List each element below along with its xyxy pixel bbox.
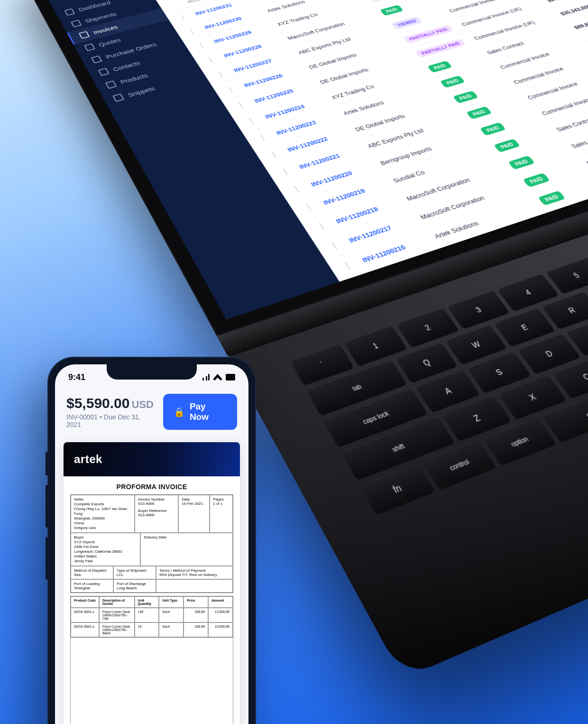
status-badge: PAID <box>380 5 404 16</box>
status-badge: PAID <box>466 106 492 120</box>
doc-shiptype: Type of Shipment LCL <box>113 566 156 579</box>
doc-pod: Port of Discharge Long Beach <box>113 579 156 593</box>
pay-now-button[interactable]: 🔒 Pay Now <box>163 394 237 430</box>
li-cell: Each <box>159 608 184 622</box>
phone-screen: 9:41 $5,590.00USD INV-00001 • Due Dec 31… <box>55 364 248 724</box>
doc-shiptype-val: LCL <box>117 573 153 577</box>
row-checkbox[interactable] <box>218 71 223 77</box>
invoice-amount: $5,590.00USD <box>66 395 156 411</box>
shipments-icon <box>71 20 82 28</box>
doc-seller: Seller Complete Exports Chung Hing Lo, 1… <box>71 495 135 533</box>
wifi-icon <box>213 374 222 381</box>
li-header: Unit Type <box>159 596 184 608</box>
row-checkbox[interactable] <box>294 186 300 193</box>
doc-pages: Pages 1 of 1 <box>210 495 233 533</box>
doc-shiptype-label: Type of Shipment <box>117 568 153 573</box>
li-cell: DESK-0001-s <box>71 608 99 622</box>
row-checkbox[interactable] <box>180 15 184 20</box>
status-time: 9:41 <box>68 372 85 382</box>
li-cell: 200.00 <box>184 608 208 622</box>
row-checkbox[interactable] <box>190 28 194 34</box>
li-cell: 13,000.00 <box>208 608 233 622</box>
battery-icon <box>226 374 235 381</box>
invoice-document[interactable]: artek PROFORMA INVOICE Seller Complete E… <box>64 442 240 724</box>
doc-buyerref-label: Buyer Reference <box>138 509 175 513</box>
invoice-amount-block: $5,590.00USD INV-00001 • Due Dec 31, 202… <box>66 395 156 428</box>
doc-delivery-date: Delivery Date <box>140 533 233 566</box>
contacts-icon <box>98 68 110 76</box>
quotes-icon <box>84 43 95 51</box>
doc-method-val: Sea <box>74 573 110 577</box>
col-header[interactable] <box>173 0 189 8</box>
li-header: Amount <box>208 596 233 608</box>
doc-terms-label: Terms / Method of Payment <box>159 568 230 573</box>
doc-terms-val: 50% Deposit T/T, Rest on Delivery <box>159 573 230 577</box>
doc-buyer: Buyer XYZ Imports 2466 Fei Drive Longbea… <box>71 533 140 566</box>
doc-buyer-label: Buyer <box>74 535 137 540</box>
row-checkbox[interactable] <box>249 118 254 124</box>
doc-date-label: Date <box>182 497 206 501</box>
doc-pod-label: Port of Discharge <box>117 582 153 586</box>
doc-pol-label: Port of Loading <box>74 582 110 586</box>
lock-icon: 🔒 <box>174 407 185 418</box>
brand-text: artek <box>74 453 102 466</box>
li-cell: 10 <box>135 622 159 637</box>
row-checkbox[interactable] <box>208 56 213 62</box>
phone-mockup: 9:41 $5,590.00USD INV-00001 • Due Dec 31… <box>47 357 256 724</box>
doc-method: Method of Dispatch Sea <box>71 566 113 579</box>
doc-invno-label: Invoice Number <box>138 497 175 501</box>
doc-seller-label: Seller <box>74 497 131 502</box>
sidebar-item-label: Snippets <box>126 85 156 98</box>
doc-pol-val: Shanghai <box>74 586 110 590</box>
li-cell: 10,000.00 <box>208 622 233 637</box>
row-checkbox[interactable] <box>228 86 233 93</box>
phone-button-vol-down <box>46 537 48 580</box>
doc-date-val: 16 Feb 2021 <box>182 501 206 506</box>
invoices-icon <box>79 31 90 39</box>
doc-brand: artek <box>64 442 240 476</box>
status-badge: VIEWED <box>391 16 423 29</box>
doc-invno-val: 013-4068 <box>138 501 175 506</box>
doc-pol: Port of Loading Shanghai <box>71 579 113 593</box>
phone-button-vol-up <box>46 485 48 528</box>
purchase-orders-icon <box>91 56 102 64</box>
row-checkbox[interactable] <box>260 134 265 141</box>
phone-notch <box>107 364 197 380</box>
amount-currency: USD <box>131 399 153 410</box>
invoice-subline: INV-00001 • Due Dec 31, 2021 <box>66 413 156 428</box>
row-checkbox[interactable] <box>306 204 312 211</box>
li-cell: Fixed Corner Desk 1800x1200x750 - Oak <box>99 608 135 622</box>
li-cell: 200.00 <box>184 622 208 637</box>
status-badge: PAID <box>453 91 478 103</box>
dashboard-icon <box>64 9 75 16</box>
row-checkbox[interactable] <box>239 102 243 108</box>
doc-pages-val: Pages 1 of 1 <box>213 497 230 506</box>
row-checkbox[interactable] <box>199 42 203 48</box>
doc-empty <box>156 579 233 593</box>
pay-now-label: Pay Now <box>190 401 227 422</box>
li-header: Unit Quantity <box>135 596 159 608</box>
phone-button-mute <box>46 452 48 475</box>
li-header: Product Code <box>71 596 99 608</box>
row-checkbox[interactable] <box>319 223 324 230</box>
row-checkbox[interactable] <box>331 241 337 249</box>
li-cell: Each <box>159 622 184 637</box>
doc-title: PROFORMA INVOICE <box>64 476 240 494</box>
doc-buyer-text: XYZ Imports 2466 Fei Drive Longbeach, Ca… <box>74 540 137 564</box>
snippets-icon <box>112 93 124 102</box>
doc-body: Seller Complete Exports Chung Hing Lo, 1… <box>64 494 240 724</box>
li-cell: DESK-0001-s <box>71 622 99 637</box>
sidebar-item-label: Quotes <box>97 37 121 47</box>
doc-delivery-date-label: Delivery Date <box>144 535 230 539</box>
row-checkbox[interactable] <box>357 280 363 282</box>
li-header: Description of Goods <box>99 596 135 608</box>
doc-terms: Terms / Method of Payment 50% Deposit T/… <box>156 566 233 579</box>
status-badge: PAID <box>440 75 465 88</box>
row-checkbox[interactable] <box>283 168 288 175</box>
status-badge: PAID <box>427 61 452 73</box>
doc-line-items: Product CodeDescription of GoodsUnit Qua… <box>70 596 233 638</box>
doc-seller-text: Complete Exports Chung Hing Lo, 106/7 Ia… <box>74 502 131 530</box>
row-checkbox[interactable] <box>271 151 276 158</box>
status-icons <box>200 374 235 381</box>
row-checkbox[interactable] <box>344 261 350 269</box>
